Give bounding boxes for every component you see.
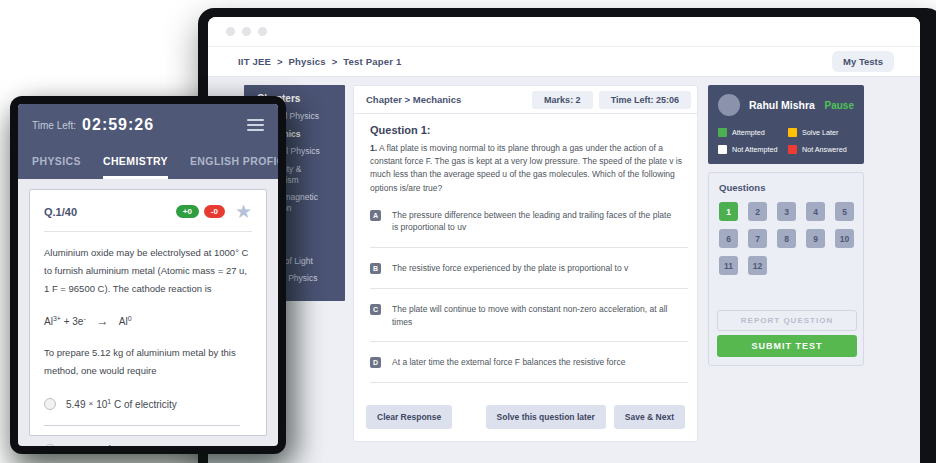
option-divider xyxy=(370,382,688,383)
user-row: Rahul Mishra Pause xyxy=(718,94,854,116)
multiply-sign: × xyxy=(88,444,93,446)
option-letter-badge-b[interactable]: B xyxy=(370,263,381,274)
legend-solve-later: Solve Later xyxy=(788,128,854,137)
question-card-header: Chapter > Mechanics Marks: 2 Time Left: … xyxy=(354,86,697,114)
mobile-answer-option-1[interactable]: 5.49×101 C of electricity xyxy=(44,398,252,410)
browser-content: IIT JEE > Physics > Test Paper 1 My Test… xyxy=(208,17,920,463)
mobile-question-header: Q.1/40 +0 -0 ★ xyxy=(44,202,252,232)
mobile-option-divider xyxy=(44,425,240,426)
mobile-question-card: Q.1/40 +0 -0 ★ Aluminium oxide may be el… xyxy=(29,189,267,436)
breadcrumb-separator: > xyxy=(277,56,283,67)
option-divider xyxy=(370,341,688,342)
option-text-d[interactable]: At a later time the external force F bal… xyxy=(392,356,677,369)
legend-attempted: Attempted xyxy=(718,128,784,137)
option-text-b[interactable]: The resistive force experienced by the p… xyxy=(392,262,677,275)
equation-superscript-2: - xyxy=(83,315,85,322)
option-letter-badge-c[interactable]: C xyxy=(370,304,381,315)
question-card: Chapter > Mechanics Marks: 2 Time Left: … xyxy=(353,85,698,442)
user-name: Rahul Mishra xyxy=(749,99,825,111)
option-letter-badge-d[interactable]: D xyxy=(370,357,381,368)
question-nav-1[interactable]: 1 xyxy=(719,202,738,221)
time-left-label: Time Left: xyxy=(32,120,76,131)
multiply-sign: × xyxy=(88,399,93,408)
bookmark-star-icon[interactable]: ★ xyxy=(235,202,252,221)
option-text-c[interactable]: The plate will continue to move with con… xyxy=(392,303,677,329)
screenshot-stage: IIT JEE > Physics > Test Paper 1 My Test… xyxy=(0,0,936,463)
submit-test-button[interactable]: SUBMIT TEST xyxy=(717,335,857,357)
breadcrumb-separator: > xyxy=(332,56,338,67)
browser-window: IIT JEE > Physics > Test Paper 1 My Test… xyxy=(198,8,936,463)
test-content-area: Chapters General Physics Mechanics Therm… xyxy=(208,77,920,463)
attempted-color-swatch xyxy=(718,128,727,137)
negative-marks-badge: -0 xyxy=(204,205,225,218)
question-nav-12[interactable]: 12 xyxy=(748,256,767,275)
option-text-a[interactable]: The pressure difference between the lead… xyxy=(392,209,677,235)
subject-tabs: PHYSICS CHEMISTRY ENGLISH PROFICIENCY xyxy=(18,146,278,179)
answer-option-b[interactable]: B The resistive force experienced by the… xyxy=(370,262,681,275)
time-left-badge: Time Left: 25:06 xyxy=(599,91,691,109)
question-number-prefix: 1. xyxy=(370,143,377,153)
window-control-dot[interactable] xyxy=(242,27,251,36)
breadcrumb-item-subject[interactable]: Physics xyxy=(289,56,326,67)
clear-response-button[interactable]: Clear Response xyxy=(366,405,452,429)
report-question-button[interactable]: REPORT QUESTION xyxy=(717,310,857,331)
mobile-header: Time Left: 02:59:26 xyxy=(18,104,278,146)
question-nav-9[interactable]: 9 xyxy=(806,229,825,248)
tab-english-proficiency[interactable]: ENGLISH PROFICIENCY xyxy=(190,146,278,179)
question-nav-4[interactable]: 4 xyxy=(806,202,825,221)
option-letter-badge-a[interactable]: A xyxy=(370,210,381,221)
option-exponent: 4 xyxy=(107,444,111,446)
question-nav-5[interactable]: 5 xyxy=(835,202,854,221)
option-coefficient: 5.49 xyxy=(66,445,85,446)
answer-option-a[interactable]: A The pressure difference between the le… xyxy=(370,209,681,235)
question-nav-7[interactable]: 7 xyxy=(748,229,767,248)
question-text-body: A flat plate is moving normal to its pla… xyxy=(370,143,682,193)
answer-option-d[interactable]: D At a later time the external force F b… xyxy=(370,356,681,369)
question-nav-3[interactable]: 3 xyxy=(777,202,796,221)
tab-physics[interactable]: PHYSICS xyxy=(32,146,81,179)
not-answered-color-swatch xyxy=(788,145,797,154)
legend-not-answered: Not Answered xyxy=(788,145,854,154)
my-tests-button[interactable]: My Tests xyxy=(832,51,894,72)
menu-icon[interactable] xyxy=(247,116,264,134)
answer-option-c[interactable]: C The plate will continue to move with c… xyxy=(370,303,681,329)
equation-superscript-3: 0 xyxy=(128,315,132,322)
mobile-question-text-1: Aluminium oxide may be electrolysed at 1… xyxy=(44,244,252,298)
window-control-dot[interactable] xyxy=(258,27,267,36)
pause-button[interactable]: Pause xyxy=(825,100,854,111)
mobile-option-text-2[interactable]: 5.49×104 C of electricity xyxy=(66,444,177,446)
question-number-grid: 1 2 3 4 5 6 7 8 9 10 11 12 xyxy=(719,202,855,275)
question-nav-11[interactable]: 11 xyxy=(719,256,738,275)
mobile-option-text-1[interactable]: 5.49×101 C of electricity xyxy=(66,398,177,410)
browser-toolbar xyxy=(208,17,920,46)
question-nav-2[interactable]: 2 xyxy=(748,202,767,221)
breadcrumb-item-exam[interactable]: IIT JEE xyxy=(238,56,271,67)
question-nav-8[interactable]: 8 xyxy=(777,229,796,248)
legend-label: Attempted xyxy=(732,128,765,137)
not-attempted-color-swatch xyxy=(718,145,727,154)
question-nav-6[interactable]: 6 xyxy=(719,229,738,248)
breadcrumb-item-test[interactable]: Test Paper 1 xyxy=(343,56,401,67)
radio-button[interactable] xyxy=(44,444,56,446)
mobile-question-text-2: To prepare 5.12 kg of aluminium metal by… xyxy=(44,344,252,380)
legend-label: Not Answered xyxy=(802,145,847,154)
option-unit-text: C of electricity xyxy=(114,445,177,446)
window-control-dot[interactable] xyxy=(226,27,235,36)
positive-marks-badge: +0 xyxy=(176,205,199,218)
question-body: Question 1: 1. A flat plate is moving no… xyxy=(354,114,697,383)
question-nav-10[interactable]: 10 xyxy=(835,229,854,248)
solve-later-button[interactable]: Solve this question later xyxy=(486,405,606,429)
save-next-button[interactable]: Save & Next xyxy=(614,405,685,429)
equation-element-2: Al xyxy=(119,316,128,327)
question-text: 1. A flat plate is moving normal to its … xyxy=(370,142,682,195)
question-counter: Q.1/40 xyxy=(44,206,171,218)
option-exponent: 1 xyxy=(107,398,111,405)
equation-element-1: Al xyxy=(44,316,53,327)
mobile-answer-option-2[interactable]: 5.49×104 C of electricity xyxy=(44,444,252,446)
radio-button[interactable] xyxy=(44,398,56,410)
tab-chemistry[interactable]: CHEMISTRY xyxy=(103,146,168,179)
option-base: 10 xyxy=(96,445,107,446)
option-divider xyxy=(370,288,688,289)
option-coefficient: 5.49 xyxy=(66,400,85,411)
cathode-reaction-equation: Al3+ + 3e- → Al0 xyxy=(44,314,252,328)
